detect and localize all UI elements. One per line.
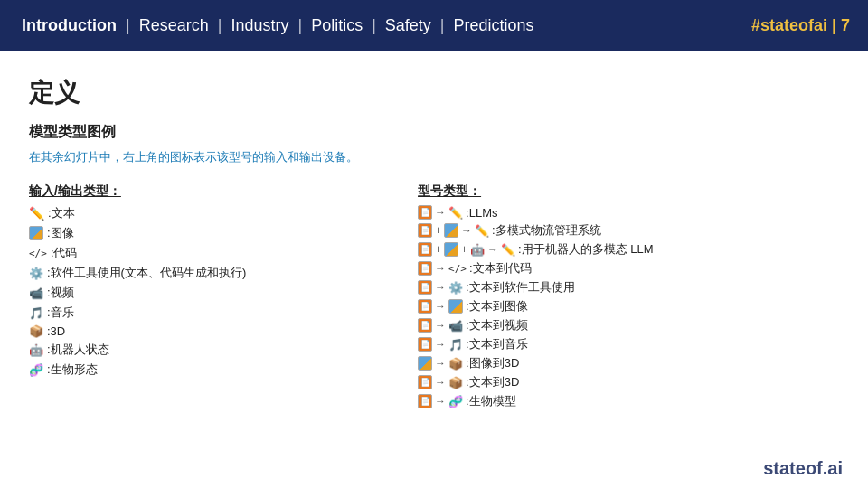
left-column: 输入/输出类型： ✏️ :文本 :图像 </> :代码 ⚙️ :软件工具使用(文…: [29, 183, 418, 409]
cube-icon2: 📦: [448, 357, 463, 371]
doc-icon2: 📄: [418, 223, 432, 238]
video-icon2: 📹: [448, 319, 463, 333]
image-icon5: [418, 356, 432, 371]
page-title: 定义: [29, 76, 839, 110]
list-item: ⚙️ :软件工具使用(文本、代码生成和执行): [29, 265, 418, 281]
doc-icon9: 📄: [418, 375, 432, 389]
pencil-icon3: ✏️: [501, 243, 515, 257]
header: Introduction | Research | Industry | Pol…: [0, 0, 868, 51]
list-item: ✏️ :文本: [29, 205, 418, 221]
type-list: 📄 → ✏️ :LLMs 📄 + → ✏️ :多模式物流管理系统 📄: [418, 205, 839, 409]
doc-icon4: 📄: [418, 261, 432, 276]
doc-icon6: 📄: [418, 299, 432, 314]
list-item: 🎵 :音乐: [29, 305, 418, 321]
music-icon: 🎵: [29, 306, 43, 320]
image-icon4: [448, 299, 463, 314]
list-item: → 📦 :图像到3D: [418, 355, 839, 371]
section-subtitle: 在其余幻灯片中，右上角的图标表示该型号的输入和输出设备。: [29, 149, 839, 165]
right-column: 型号类型： 📄 → ✏️ :LLMs 📄 + → ✏️ :多模式物流管理系统: [418, 183, 839, 409]
pencil-icon: ✏️: [448, 206, 463, 220]
bio-icon2: 🧬: [448, 395, 463, 408]
cube-icon: 📦: [29, 324, 43, 338]
footer-watermark: stateof.ai: [763, 458, 843, 479]
pencil-icon: ✏️: [29, 206, 44, 221]
nav-item-research[interactable]: Research: [136, 16, 212, 35]
nav-item-safety[interactable]: Safety: [382, 16, 435, 35]
image-icon2: [444, 223, 458, 238]
list-item: 🧬 :生物形态: [29, 361, 418, 378]
code-icon2: </>: [448, 263, 467, 275]
list-item: 📦 :3D: [29, 324, 418, 338]
robot-icon: 🤖: [29, 343, 43, 357]
nav-item-introduction[interactable]: Introduction: [18, 16, 120, 35]
io-list: ✏️ :文本 :图像 </> :代码 ⚙️ :软件工具使用(文本、代码生成和执行…: [29, 205, 418, 378]
pencil-icon2: ✏️: [475, 224, 489, 238]
nav-item-politics[interactable]: Politics: [307, 16, 366, 35]
cube-icon3: 📦: [448, 376, 463, 389]
nav-bar: Introduction | Research | Industry | Pol…: [18, 16, 538, 35]
list-item: 📄 → ✏️ :LLMs: [418, 205, 839, 220]
left-col-header: 输入/输出类型：: [29, 183, 418, 200]
list-item: 📄 + → ✏️ :多模式物流管理系统: [418, 222, 839, 239]
list-item: 📄 → 🧬 :生物模型: [418, 393, 839, 409]
list-item: 📄 + + 🤖 → ✏️ :用于机器人的多模态 LLM: [418, 241, 839, 258]
list-item: 📄 → :文本到图像: [418, 298, 839, 314]
list-item: 📄 → </> :文本到代码: [418, 260, 839, 277]
main-content: 定义 模型类型图例 在其余幻灯片中，右上角的图标表示该型号的输入和输出设备。 输…: [0, 51, 868, 427]
nav-item-industry[interactable]: Industry: [227, 16, 292, 35]
image-icon3: [444, 242, 458, 257]
list-item: </> :代码: [29, 245, 418, 261]
section-title: 模型类型图例: [29, 123, 839, 142]
image-icon: [29, 226, 43, 240]
doc-icon: 📄: [418, 205, 432, 220]
list-item: 🤖 :机器人状态: [29, 342, 418, 358]
gear-icon: ⚙️: [29, 267, 43, 280]
list-item: 📹 :视频: [29, 285, 418, 301]
list-item: 📄 → 📦 :文本到3D: [418, 374, 839, 390]
doc-icon7: 📄: [418, 318, 432, 333]
header-brand: #stateofai | 7: [751, 16, 850, 35]
bio-icon: 🧬: [29, 363, 43, 377]
two-col-layout: 输入/输出类型： ✏️ :文本 :图像 </> :代码 ⚙️ :软件工具使用(文…: [29, 183, 839, 409]
video-icon: 📹: [29, 286, 43, 300]
music-icon2: 🎵: [448, 338, 463, 352]
robot-icon2: 🤖: [470, 243, 485, 257]
list-item: 📄 → 🎵 :文本到音乐: [418, 336, 839, 352]
code-icon: </>: [29, 248, 47, 259]
list-item: :图像: [29, 225, 418, 241]
list-item: 📄 → 📹 :文本到视频: [418, 317, 839, 333]
nav-item-predictions[interactable]: Predictions: [450, 16, 538, 35]
gear-icon2: ⚙️: [448, 281, 463, 295]
doc-icon5: 📄: [418, 280, 432, 295]
doc-icon3: 📄: [418, 242, 432, 257]
list-item: 📄 → ⚙️ :文本到软件工具使用: [418, 279, 839, 296]
doc-icon8: 📄: [418, 337, 432, 352]
right-col-header: 型号类型：: [418, 183, 839, 200]
doc-icon10: 📄: [418, 394, 432, 408]
